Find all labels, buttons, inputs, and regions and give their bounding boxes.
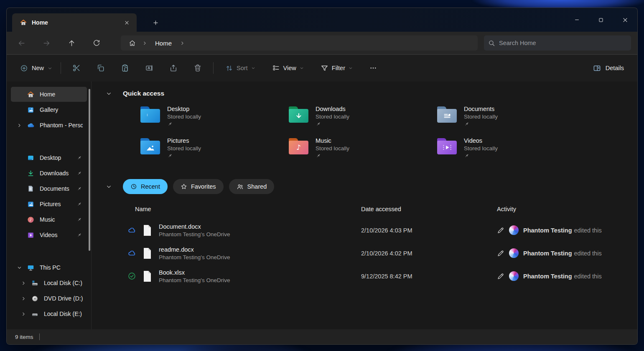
file-date-accessed: 2/10/2026 4:03 PM: [361, 227, 497, 234]
column-header-date-accessed[interactable]: Date accessed: [361, 206, 497, 212]
sidebar-item-this-pc[interactable]: This PC: [11, 260, 87, 275]
home-icon: [26, 90, 35, 99]
see-more-button[interactable]: [364, 60, 382, 76]
breadcrumb[interactable]: Home: [121, 35, 478, 51]
pin-icon: [167, 153, 201, 159]
chevron-right-icon[interactable]: [18, 309, 28, 319]
quick-access-tile-desktop[interactable]: Desktop Stored locally: [140, 106, 289, 137]
filter-button[interactable]: Filter: [316, 61, 357, 76]
view-button[interactable]: View: [268, 61, 308, 76]
sidebar-item-label: Gallery: [40, 106, 83, 113]
refresh-button[interactable]: [88, 35, 105, 51]
tab-home[interactable]: Home: [12, 13, 137, 32]
view-button-label: View: [283, 65, 296, 71]
avatar: [509, 225, 519, 235]
breadcrumb-item-home[interactable]: Home: [151, 40, 176, 47]
column-header-name[interactable]: Name: [135, 206, 361, 212]
sidebar-item-home[interactable]: Home: [11, 87, 87, 102]
tab-favorites[interactable]: Favorites: [173, 179, 224, 194]
file-row-readme-docx[interactable]: readme.docx Phantom Testing's OneDrive 2…: [92, 242, 637, 265]
music-icon: ♪: [26, 215, 35, 224]
share-button[interactable]: [164, 60, 183, 76]
sidebar-item-label: Desktop: [40, 154, 74, 161]
tab-recent[interactable]: Recent: [123, 179, 168, 194]
file-location: Phantom Testing's OneDrive: [159, 231, 230, 237]
chevron-down-icon[interactable]: [14, 263, 24, 273]
close-button[interactable]: [613, 10, 637, 30]
chevron-right-icon[interactable]: [18, 293, 28, 303]
downloads-folder-icon: [289, 106, 308, 123]
sort-button[interactable]: Sort: [221, 61, 260, 76]
quick-access-tile-pictures[interactable]: Pictures Stored locally: [140, 137, 289, 169]
documents-folder-icon: [437, 106, 457, 123]
navigation-pane: Home Gallery Phantom - Personal: [7, 81, 92, 329]
quick-access-header[interactable]: Quick access: [92, 87, 637, 100]
new-button[interactable]: New: [15, 61, 57, 76]
pin-icon: [75, 217, 83, 222]
chevron-down-icon: [251, 66, 255, 70]
back-button[interactable]: [13, 35, 30, 51]
sidebar-item-desktop[interactable]: Desktop: [11, 150, 87, 165]
chevron-right-icon[interactable]: [18, 278, 28, 288]
sidebar-item-downloads[interactable]: Downloads: [11, 166, 87, 181]
file-row-book-xlsx[interactable]: Book.xlsx Phantom Testing's OneDrive 9/1…: [92, 265, 637, 288]
activity-user: Phantom Testing: [523, 250, 572, 257]
sidebar-item-onedrive[interactable]: Phantom - Personal: [11, 118, 87, 133]
chevron-down-icon[interactable]: [104, 91, 113, 96]
tab-close-button[interactable]: [121, 17, 132, 28]
sort-button-label: Sort: [237, 65, 248, 71]
sidebar-item-gallery[interactable]: Gallery: [11, 102, 87, 117]
sidebar-item-local-disk-c[interactable]: Local Disk (C:): [11, 275, 87, 290]
activity-action: edited this: [574, 227, 602, 234]
rename-button[interactable]: [140, 60, 158, 76]
up-button[interactable]: [63, 35, 80, 51]
search-input[interactable]: [499, 40, 627, 46]
search-box[interactable]: [484, 35, 631, 51]
sidebar-item-videos[interactable]: Videos: [11, 227, 87, 242]
file-icon: [142, 270, 152, 282]
sidebar-item-label: Videos: [40, 232, 74, 238]
pin-icon: [464, 153, 498, 159]
quick-access-tile-documents[interactable]: Documents Stored locally: [437, 106, 585, 137]
toolbar-divider: [213, 62, 214, 74]
details-button[interactable]: Details: [588, 61, 629, 76]
sidebar-item-label: Local Disk (C:): [44, 280, 83, 286]
copy-button[interactable]: [92, 60, 110, 76]
main-pane: Quick access Desktop Stored locally: [92, 81, 637, 329]
file-date-accessed: 2/10/2026 4:02 PM: [361, 250, 497, 257]
cut-button[interactable]: [67, 60, 86, 76]
quick-access-tile-music[interactable]: ♪ Music Stored locally: [289, 137, 437, 169]
quick-access-tile-downloads[interactable]: Downloads Stored locally: [289, 106, 437, 137]
file-explorer-window: Home: [6, 8, 638, 345]
file-row-document-docx[interactable]: Document.docx Phantom Testing's OneDrive…: [92, 219, 637, 242]
sidebar-item-local-disk-e[interactable]: Local Disk (E:): [11, 306, 87, 321]
sidebar-item-dvd-drive-d[interactable]: DVD Drive (D:): [11, 291, 87, 306]
tile-name: Pictures: [167, 137, 201, 144]
chevron-down-icon: [300, 66, 304, 70]
chevron-right-icon[interactable]: [178, 37, 187, 49]
sidebar-item-documents[interactable]: Documents: [11, 181, 87, 196]
new-tab-button[interactable]: [149, 16, 162, 29]
maximize-button[interactable]: [589, 10, 613, 30]
minimize-button[interactable]: [565, 10, 589, 30]
title-bar: Home: [7, 8, 637, 32]
column-header-activity[interactable]: Activity: [497, 206, 637, 212]
breadcrumb-home-icon[interactable]: [126, 37, 138, 49]
forward-button[interactable]: [38, 35, 55, 51]
sidebar-scrollbar[interactable]: [89, 89, 90, 251]
chevron-right-icon[interactable]: [14, 120, 24, 130]
quick-access-tile-videos[interactable]: Videos Stored locally: [437, 137, 585, 169]
tile-name: Documents: [464, 106, 498, 112]
paste-button[interactable]: [116, 60, 134, 76]
this-pc-icon: [26, 263, 35, 272]
chevron-down-icon[interactable]: [104, 184, 113, 189]
avatar: [509, 248, 519, 258]
sidebar-item-music[interactable]: ♪ Music: [11, 212, 87, 227]
delete-button[interactable]: [188, 60, 207, 76]
gallery-icon: [26, 105, 35, 114]
tab-shared[interactable]: Shared: [229, 179, 275, 194]
sidebar-item-pictures[interactable]: Pictures: [11, 197, 87, 212]
cloud-status-icon: [127, 226, 137, 235]
chevron-right-icon[interactable]: [140, 37, 149, 49]
pencil-icon: [497, 250, 504, 257]
